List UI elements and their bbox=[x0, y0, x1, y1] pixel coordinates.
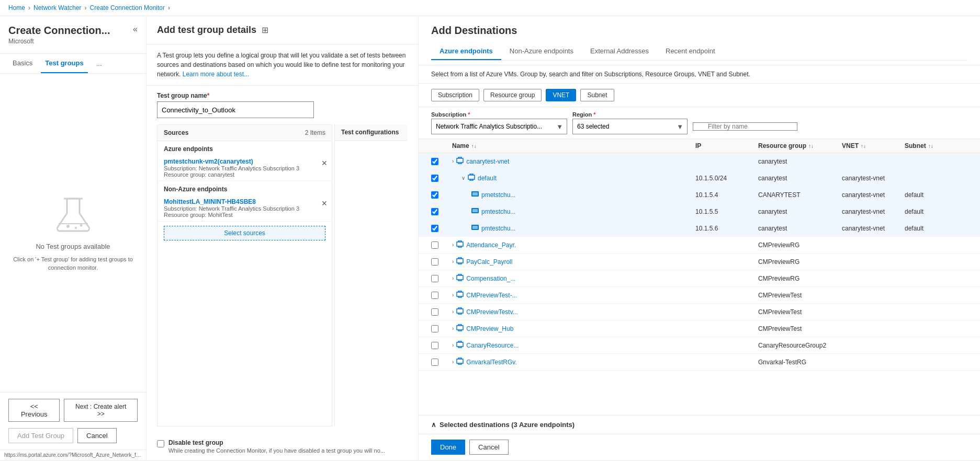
rg-cell-12: Gnvarkal-TestRG bbox=[758, 359, 842, 366]
endpoint-sub-1: Subscription: Network Traffic Analytics … bbox=[164, 165, 325, 171]
table-row: ›Compensation_...CMPreviewRG bbox=[419, 270, 980, 287]
filter-by-name-input[interactable] bbox=[693, 122, 797, 131]
chip-subscription[interactable]: Subscription bbox=[431, 89, 479, 101]
row-checkbox-3[interactable] bbox=[431, 208, 438, 215]
tab-azure-endpoints[interactable]: Azure endpoints bbox=[431, 43, 501, 60]
row-checkbox-11[interactable] bbox=[431, 342, 438, 349]
name-link-7[interactable]: Compensation_... bbox=[466, 275, 515, 282]
name-link-0[interactable]: canarytest-vnet bbox=[466, 158, 509, 165]
rg-cell-9: CMPreviewTest bbox=[758, 308, 842, 316]
select-sources-button[interactable]: Select sources bbox=[164, 226, 325, 240]
breadcrumb-network-watcher[interactable]: Network Watcher bbox=[33, 4, 82, 11]
endpoint-link-1[interactable]: pmtestchunk-vm2(canarytest) bbox=[164, 158, 325, 165]
expand-selected-icon[interactable]: ∧ bbox=[431, 421, 436, 429]
cancel-right-button[interactable]: Cancel bbox=[469, 440, 508, 455]
rg-cell-0: canarytest bbox=[758, 158, 842, 165]
row-checkbox-7[interactable] bbox=[431, 275, 438, 282]
remove-endpoint-2[interactable]: ✕ bbox=[321, 199, 328, 208]
subnet-cell-4: default bbox=[905, 225, 967, 232]
search-wrapper: 🔍 bbox=[693, 122, 967, 131]
cancel-sidebar-button[interactable]: Cancel bbox=[77, 428, 116, 443]
selected-footer-text: Selected destinations (3 Azure endpoints… bbox=[440, 421, 575, 429]
row-checkbox-6[interactable] bbox=[431, 258, 438, 266]
row-checkbox-8[interactable] bbox=[431, 292, 438, 299]
chip-vnet[interactable]: VNET bbox=[546, 89, 576, 101]
expand-btn-5[interactable]: › bbox=[452, 242, 454, 248]
expand-btn-12[interactable]: › bbox=[452, 359, 454, 365]
disable-group-label[interactable]: Disable test group bbox=[168, 439, 223, 446]
name-link-11[interactable]: CanaryResource... bbox=[466, 342, 519, 349]
expand-btn-7[interactable]: › bbox=[452, 275, 454, 281]
name-link-3[interactable]: pmtestchu... bbox=[481, 208, 515, 215]
remove-endpoint-1[interactable]: ✕ bbox=[321, 159, 328, 167]
name-link-5[interactable]: Attendance_Payr. bbox=[466, 241, 516, 249]
name-link-9[interactable]: CMPreviewTestv... bbox=[466, 308, 517, 316]
test-group-name-input[interactable] bbox=[157, 101, 314, 118]
learn-more-link[interactable]: Learn more about test... bbox=[183, 71, 249, 78]
name-link-4[interactable]: pmtestchu... bbox=[481, 225, 515, 232]
disable-group-checkbox[interactable] bbox=[157, 440, 164, 447]
test-configurations-box: Test configurations bbox=[334, 124, 408, 427]
expand-btn-1[interactable]: ∨ bbox=[461, 175, 465, 181]
region-label: Region * bbox=[572, 111, 688, 118]
expand-btn-11[interactable]: › bbox=[452, 342, 454, 348]
col-vnet[interactable]: VNET ↑↓ bbox=[842, 142, 905, 149]
expand-btn-0[interactable]: › bbox=[452, 158, 454, 164]
expand-btn-10[interactable]: › bbox=[452, 326, 454, 331]
add-test-group-button[interactable]: Add Test Group bbox=[8, 428, 73, 443]
tab-test-groups[interactable]: Test groups bbox=[41, 54, 87, 73]
row-checkbox-9[interactable] bbox=[431, 308, 438, 316]
rg-cell-2: CANARYTEST bbox=[758, 191, 842, 199]
expand-btn-8[interactable]: › bbox=[452, 292, 454, 298]
expand-btn-6[interactable]: › bbox=[452, 259, 454, 264]
subscription-label: Subscription * bbox=[431, 111, 567, 118]
name-link-2[interactable]: pmetstchu... bbox=[481, 191, 515, 199]
azure-endpoints-label: Azure endpoints bbox=[157, 141, 332, 155]
chip-subnet[interactable]: Subnet bbox=[580, 89, 614, 101]
table-row: ›Attendance_Payr.CMPreviewRG bbox=[419, 237, 980, 253]
rg-cell-3: canarytest bbox=[758, 208, 842, 215]
name-link-1[interactable]: default bbox=[478, 175, 497, 182]
tab-non-azure-endpoints[interactable]: Non-Azure endpoints bbox=[501, 43, 582, 60]
ip-cell-3: 10.1.5.5 bbox=[695, 208, 758, 215]
breadcrumb-create-connection-monitor[interactable]: Create Connection Monitor bbox=[90, 4, 165, 11]
row-checkbox-12[interactable] bbox=[431, 359, 438, 366]
name-link-6[interactable]: PayCalc_Payroll bbox=[466, 258, 512, 266]
svg-point-2 bbox=[80, 224, 82, 227]
col-resource-group[interactable]: Resource group ↑↓ bbox=[758, 142, 842, 149]
name-link-12[interactable]: GnvarkalTestRGv. bbox=[466, 359, 516, 366]
endpoint-link-2[interactable]: MohittestLA_MININT-HB4SBE8 bbox=[164, 198, 325, 205]
tab-more[interactable]: ... bbox=[92, 54, 106, 73]
list-item: pmtestchunk-vm2(canarytest) Subscription… bbox=[157, 155, 332, 181]
breadcrumb-home[interactable]: Home bbox=[8, 4, 25, 11]
expand-btn-9[interactable]: › bbox=[452, 309, 454, 315]
done-button[interactable]: Done bbox=[431, 440, 465, 455]
row-checkbox-0[interactable] bbox=[431, 158, 438, 165]
row-checkbox-5[interactable] bbox=[431, 241, 438, 249]
name-link-10[interactable]: CMPreview_Hub bbox=[466, 325, 513, 332]
vnet-cell-3: canarytest-vnet bbox=[842, 208, 905, 215]
chip-resource-group[interactable]: Resource group bbox=[483, 89, 542, 101]
row-checkbox-1[interactable] bbox=[431, 175, 438, 182]
subscription-select[interactable]: Network Traffic Analytics Subscriptio... bbox=[431, 119, 567, 134]
row-checkbox-2[interactable] bbox=[431, 191, 438, 199]
destination-tabs: Azure endpoints Non-Azure endpoints Exte… bbox=[431, 43, 967, 61]
tab-external-addresses[interactable]: External Addresses bbox=[582, 43, 657, 60]
panel-description: A Test group lets you define a logical g… bbox=[147, 44, 418, 86]
svg-rect-8 bbox=[472, 226, 478, 229]
collapse-button[interactable]: « bbox=[133, 25, 138, 34]
test-config-label: Test configurations bbox=[341, 129, 399, 136]
row-checkbox-4[interactable] bbox=[431, 225, 438, 232]
tab-basics[interactable]: Basics bbox=[8, 54, 37, 73]
previous-button[interactable]: << Previous bbox=[8, 399, 60, 422]
panel-icon[interactable]: ⊞ bbox=[262, 25, 268, 35]
row-checkbox-10[interactable] bbox=[431, 325, 438, 332]
next-button[interactable]: Next : Create alert >> bbox=[64, 399, 138, 422]
tab-recent-endpoint[interactable]: Recent endpoint bbox=[657, 43, 724, 60]
col-subnet[interactable]: Subnet ↑↓ bbox=[905, 142, 967, 149]
test-group-name-label: Test group name* bbox=[157, 92, 408, 99]
col-name[interactable]: Name ↑↓ bbox=[452, 142, 695, 149]
region-select[interactable]: 63 selected bbox=[572, 119, 688, 134]
name-link-8[interactable]: CMPreviewTest-... bbox=[466, 292, 517, 299]
vnet-icon bbox=[456, 240, 464, 250]
